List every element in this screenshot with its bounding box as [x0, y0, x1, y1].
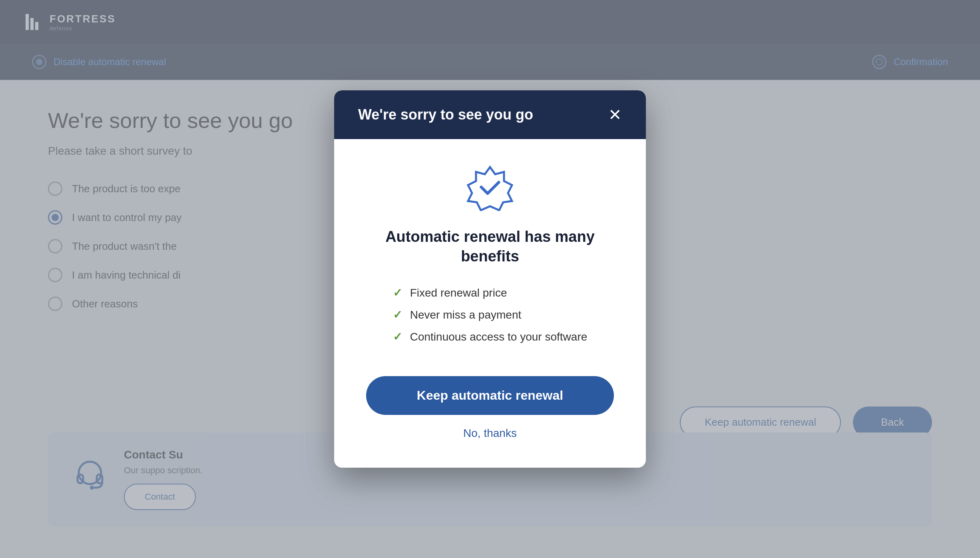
keep-renewal-button[interactable]: Keep automatic renewal — [366, 376, 614, 415]
benefit-2-text: Never miss a payment — [410, 309, 522, 321]
benefit-3: ✓ Continuous access to your software — [393, 330, 588, 343]
benefit-1: ✓ Fixed renewal price — [393, 286, 588, 299]
modal-title: We're sorry to see you go — [358, 106, 533, 123]
modal-body: Automatic renewal has many benefits ✓ Fi… — [334, 139, 646, 468]
benefits-list: ✓ Fixed renewal price ✓ Never miss a pay… — [393, 286, 588, 352]
modal-header: We're sorry to see you go ✕ — [334, 90, 646, 139]
badge-icon — [466, 163, 514, 211]
modal-close-button[interactable]: ✕ — [608, 107, 622, 123]
benefit-3-text: Continuous access to your software — [410, 331, 588, 343]
check-icon-1: ✓ — [393, 286, 402, 299]
modal-heading: Automatic renewal has many benefits — [366, 227, 614, 267]
benefit-1-text: Fixed renewal price — [410, 287, 507, 299]
no-thanks-button[interactable]: No, thanks — [463, 427, 517, 440]
modal-overlay: We're sorry to see you go ✕ Automatic re… — [0, 0, 980, 558]
check-icon-2: ✓ — [393, 308, 402, 321]
benefit-2: ✓ Never miss a payment — [393, 308, 588, 321]
check-icon-3: ✓ — [393, 330, 402, 343]
modal: We're sorry to see you go ✕ Automatic re… — [334, 90, 646, 468]
